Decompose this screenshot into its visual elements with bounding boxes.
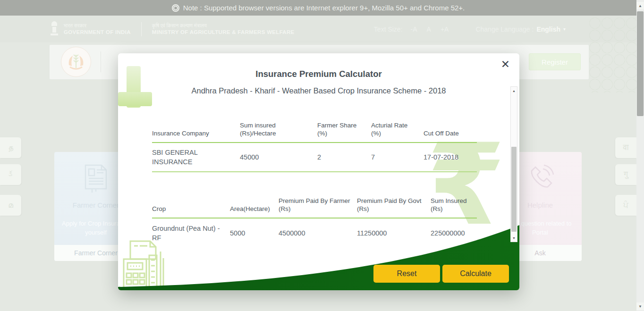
scroll-up-arrow-icon[interactable]: ▲ xyxy=(636,2,644,9)
pmfby-logo xyxy=(61,47,91,77)
ministry-block: कृषि एवं किसान कल्याण मंत्रालय MINISTRY … xyxy=(152,23,295,36)
language-tab-telugu[interactable]: క xyxy=(0,164,21,185)
insurance-premium-calculator-modal: ₹ ✕ Insurance Premium Calculator Andhra … xyxy=(118,53,519,290)
chevron-down-icon: ▾ xyxy=(563,26,566,32)
insurance-company-table: Insurance Company Sum insured (Rs)/Hecta… xyxy=(152,120,477,172)
cell-company: SBI GENERAL INSURANCE xyxy=(152,148,240,167)
calculate-button[interactable]: Calculate xyxy=(442,265,509,283)
language-tab-marathi[interactable]: वा xyxy=(615,137,636,158)
browser-support-note: Note : Supported browser versions are In… xyxy=(183,4,465,12)
govt-of-india-block: भारत सरकार GOVERNMENT OF INDIA xyxy=(64,23,131,36)
change-language-label: Change Language : xyxy=(475,25,534,33)
cell-farmer-share: 2 xyxy=(317,152,371,162)
selected-language: English xyxy=(536,25,560,33)
language-tab-malayalam[interactable]: മ xyxy=(0,195,21,216)
logo-divider xyxy=(101,51,101,72)
text-size-increase[interactable]: +A xyxy=(439,25,450,33)
header-divider xyxy=(141,22,142,36)
col-farmer-share: Farmer Share (%) xyxy=(317,121,371,142)
modal-scroll-up-icon[interactable]: ▲ xyxy=(511,87,517,94)
background-pattern xyxy=(589,17,636,92)
col-area-hectare: Area(Hectare) xyxy=(230,205,279,218)
company-table-row: SBI GENERAL INSURANCE 45000 2 7 17-07-20… xyxy=(152,143,477,172)
page-scrollbar[interactable]: ▲ ▼ xyxy=(636,0,644,311)
company-table-header-row: Insurance Company Sum insured (Rs)/Hecta… xyxy=(152,120,477,143)
india-emblem-icon xyxy=(50,21,59,37)
language-tab-tamil[interactable]: த xyxy=(0,137,21,158)
modal-title: Insurance Premium Calculator xyxy=(118,69,519,79)
scheme-subtitle: Andhra Pradesh - Kharif - Weather Based … xyxy=(118,86,519,95)
ministry-hindi-label: कृषि एवं किसान कल्याण मंत्रालय xyxy=(152,23,295,29)
col-acturial-rate: Acturial Rate (%) xyxy=(371,121,424,142)
cell-cut-off-date: 17-07-2018 xyxy=(424,152,477,162)
register-button[interactable]: Register xyxy=(529,53,581,70)
modal-scroll-down-icon[interactable]: ▼ xyxy=(511,235,517,241)
col-sum-insured-hectare: Sum insured (Rs)/Hectare xyxy=(240,121,317,142)
document-icon xyxy=(81,163,111,195)
govt-hindi-label: भारत सरकार xyxy=(64,23,131,29)
reset-button[interactable]: Reset xyxy=(373,265,440,283)
col-insurance-company: Insurance Company xyxy=(152,129,240,142)
target-circle-icon xyxy=(172,4,179,12)
browser-note-bar: Note : Supported browser versions are In… xyxy=(0,0,636,16)
phone-icon xyxy=(525,163,555,195)
col-cut-off-date: Cut Off Date xyxy=(424,129,477,142)
language-tab-punjabi[interactable]: ਪੰ xyxy=(615,195,636,216)
govt-english-label: GOVERNMENT OF INDIA xyxy=(64,29,131,35)
header-utilities: Text Size: -A A +A Change Language : Eng… xyxy=(374,25,566,33)
col-premium-govt: Premium Paid By Govt (Rs) xyxy=(357,197,431,218)
cell-sum-insured: 45000 xyxy=(240,152,317,162)
language-selector[interactable]: Change Language : English ▾ xyxy=(475,25,566,33)
wheat-hands-icon xyxy=(65,51,87,73)
language-tab-gujarati[interactable]: गु xyxy=(615,164,636,185)
modal-scrollbar[interactable]: ▲ ▼ xyxy=(510,86,517,242)
modal-actions: Reset Calculate xyxy=(373,265,509,283)
text-size-normal[interactable]: A xyxy=(425,25,432,33)
government-header: भारत सरकार GOVERNMENT OF INDIA कृषि एवं … xyxy=(0,16,636,42)
col-sum-insured-total: Sum Insured (Rs) xyxy=(431,197,477,218)
text-size-decrease[interactable]: -A xyxy=(409,25,419,33)
premium-table-header-row: Crop Area(Hectare) Premium Paid By Farme… xyxy=(152,196,477,219)
scroll-down-arrow-icon[interactable]: ▼ xyxy=(636,303,644,310)
pmfby-portal-page: Note : Supported browser versions are In… xyxy=(0,0,644,311)
government-branding: भारत सरकार GOVERNMENT OF INDIA कृषि एवं … xyxy=(50,21,295,37)
text-size-label: Text Size: xyxy=(374,25,403,33)
ministry-english-label: MINISTRY OF AGRICULTURE & FARMERS WELFAR… xyxy=(152,29,295,35)
cell-acturial-rate: 7 xyxy=(371,152,424,162)
page-scrollbar-thumb[interactable] xyxy=(637,11,644,116)
modal-scrollbar-thumb[interactable] xyxy=(511,147,517,232)
col-crop: Crop xyxy=(152,205,230,218)
close-icon[interactable]: ✕ xyxy=(501,59,510,70)
col-premium-farmer: Premium Paid By Farmer (Rs) xyxy=(279,197,357,218)
